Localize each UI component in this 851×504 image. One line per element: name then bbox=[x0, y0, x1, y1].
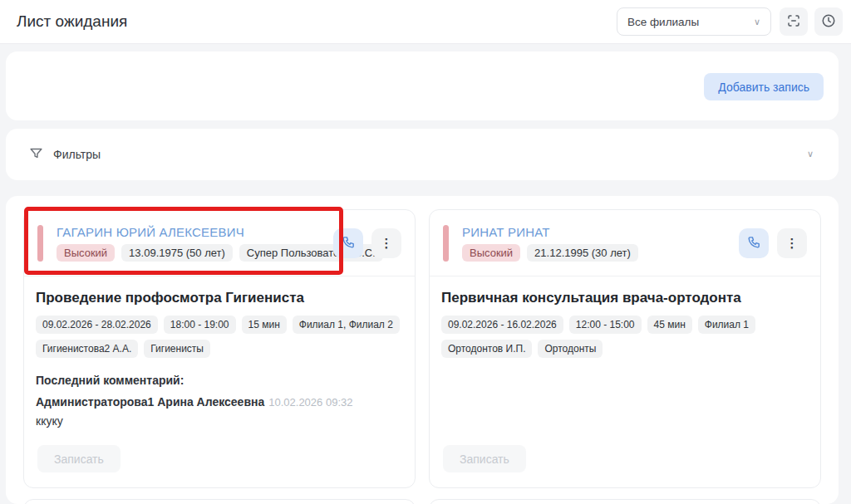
doctor-chip: Ортодонтов И.П. bbox=[441, 340, 532, 358]
specialty-chip: Гигиенисты bbox=[144, 340, 210, 358]
priority-badge: Высокий bbox=[57, 244, 115, 262]
comment-author-line: Администраторова1 Арина Алексеевна10.02.… bbox=[36, 395, 403, 409]
comment-author: Администраторова1 Арина Алексеевна bbox=[36, 395, 264, 409]
patient-name-link[interactable]: ГАГАРИН ЮРИЙ АЛЕКСЕЕВИЧ bbox=[57, 225, 244, 239]
service-chips: 09.02.2026 - 28.02.2026 18:00 - 19:00 15… bbox=[36, 316, 403, 358]
doctor-chip: Гигиенистова2 А.А. bbox=[36, 340, 138, 358]
filters-toggle[interactable]: Фильтры bbox=[6, 129, 839, 180]
card-actions: ⋮ bbox=[739, 228, 807, 258]
branch-filter-select[interactable]: Все филиалы ∨ bbox=[617, 7, 771, 36]
waiting-list-card: РИНАТ РИНАТ Высокий 21.12.1995 (30 лет) … bbox=[429, 209, 821, 488]
page-title: Лист ожидания bbox=[17, 12, 127, 31]
last-comment-label: Последний комментарий: bbox=[36, 374, 403, 387]
app-header: Лист ожидания Все филиалы ∨ bbox=[0, 0, 851, 44]
date-range-chip: 09.02.2026 - 16.02.2026 bbox=[441, 316, 563, 334]
kebab-icon: ⋮ bbox=[786, 236, 799, 251]
duration-chip: 45 мин bbox=[647, 316, 692, 334]
branch-chip: Филиал 1, Филиал 2 bbox=[293, 316, 400, 334]
call-button[interactable] bbox=[739, 228, 769, 258]
scan-icon bbox=[786, 13, 801, 31]
filters-panel: Фильтры ∨ bbox=[6, 129, 839, 180]
badge-row: Высокий 21.12.1995 (30 лет) bbox=[462, 244, 732, 262]
specialty-chip: Ортодонты bbox=[538, 340, 603, 358]
duration-chip: 15 мин bbox=[242, 316, 287, 334]
service-title: Проведение профосмотра Гигиениста bbox=[36, 290, 403, 306]
card-actions: ⋮ bbox=[333, 228, 401, 258]
service-title: Первичная консультация врача-ортодонта bbox=[441, 290, 809, 306]
phone-icon bbox=[747, 235, 761, 252]
priority-bar bbox=[37, 225, 43, 262]
waiting-list-card-partial bbox=[429, 499, 821, 504]
patient-name-link[interactable]: РИНАТ РИНАТ bbox=[462, 225, 550, 239]
last-comment-block: Последний комментарий: Администраторова1… bbox=[36, 374, 403, 428]
card-header: РИНАТ РИНАТ Высокий 21.12.1995 (30 лет) … bbox=[430, 210, 820, 276]
card-body: Проведение профосмотра Гигиениста 09.02.… bbox=[24, 276, 415, 428]
card-body: Первичная консультация врача-ортодонта 0… bbox=[430, 276, 820, 358]
badge-row: Высокий 13.09.1975 (50 лет) Супер Пользо… bbox=[57, 244, 327, 262]
date-range-chip: 09.02.2026 - 28.02.2026 bbox=[36, 316, 158, 334]
call-button[interactable] bbox=[333, 228, 363, 258]
birthdate-badge: 21.12.1995 (30 лет) bbox=[527, 244, 638, 262]
add-record-button[interactable]: Добавить запись bbox=[704, 73, 824, 100]
comment-timestamp: 10.02.2026 09:32 bbox=[268, 396, 352, 409]
waiting-list-card: ГАГАРИН ЮРИЙ АЛЕКСЕЕВИЧ Высокий 13.09.19… bbox=[23, 209, 416, 488]
card-header: ГАГАРИН ЮРИЙ АЛЕКСЕЕВИЧ Высокий 13.09.19… bbox=[24, 210, 415, 276]
time-range-chip: 12:00 - 15:00 bbox=[569, 316, 642, 334]
add-record-panel: Добавить запись bbox=[6, 51, 839, 120]
branch-filter-value: Все филиалы bbox=[627, 16, 699, 28]
comment-text: ккуку bbox=[36, 414, 403, 428]
time-range-chip: 18:00 - 19:00 bbox=[164, 316, 236, 334]
patient-block: ГАГАРИН ЮРИЙ АЛЕКСЕЕВИЧ Высокий 13.09.19… bbox=[57, 225, 327, 262]
book-appointment-button[interactable]: Записать bbox=[443, 445, 526, 472]
priority-badge: Высокий bbox=[462, 244, 520, 262]
birthdate-badge: 13.09.1975 (50 лет) bbox=[121, 244, 233, 262]
chevron-down-icon: ∨ bbox=[754, 17, 760, 27]
patient-block: РИНАТ РИНАТ Высокий 21.12.1995 (30 лет) bbox=[462, 225, 732, 262]
filters-label: Фильтры bbox=[53, 148, 101, 161]
phone-icon bbox=[342, 235, 356, 252]
history-button[interactable] bbox=[814, 7, 843, 36]
book-appointment-button[interactable]: Записать bbox=[37, 445, 121, 472]
more-options-button[interactable]: ⋮ bbox=[777, 228, 807, 258]
priority-bar bbox=[443, 225, 449, 262]
more-options-button[interactable]: ⋮ bbox=[371, 228, 401, 258]
scan-button[interactable] bbox=[780, 7, 808, 36]
service-chips: 09.02.2026 - 16.02.2026 12:00 - 15:00 45… bbox=[441, 316, 809, 358]
waiting-list-card-partial bbox=[23, 499, 416, 504]
funnel-icon bbox=[29, 146, 43, 164]
clock-history-icon bbox=[821, 13, 836, 31]
kebab-icon: ⋮ bbox=[381, 236, 393, 251]
waiting-list-cards: ГАГАРИН ЮРИЙ АЛЕКСЕЕВИЧ Высокий 13.09.19… bbox=[6, 196, 839, 504]
branch-chip: Филиал 1 bbox=[698, 316, 755, 334]
chevron-down-icon[interactable]: ∨ bbox=[807, 149, 814, 159]
